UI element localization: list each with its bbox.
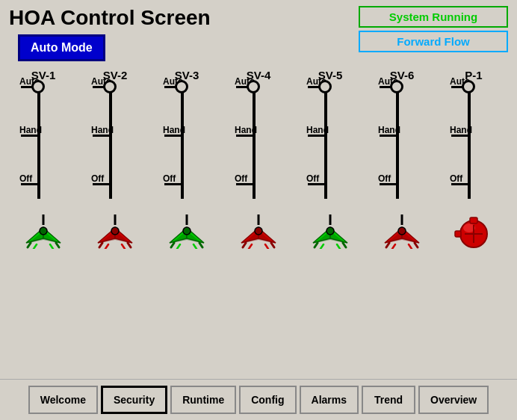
hoa-switch-p1[interactable]: AutoHandOff <box>451 83 496 210</box>
valves-section: SV-1AutoHandOff SV-2AutoHandOff <box>0 69 517 250</box>
valve-column-sv3: SV-3AutoHandOff <box>153 69 220 250</box>
hoa-off-label: Off <box>19 173 32 184</box>
svg-line-38 <box>249 244 252 249</box>
hoa-hand-label: Hand <box>91 125 114 135</box>
hoa-off-label: Off <box>163 173 176 184</box>
svg-line-8 <box>34 244 37 249</box>
nav-btn-welcome[interactable]: Welcome <box>28 386 98 414</box>
hoa-vertical-line <box>253 90 256 199</box>
hoa-switch-sv4[interactable]: AutoHandOff <box>236 83 281 210</box>
valve-icon-sv4[interactable] <box>236 213 281 250</box>
svg-line-46 <box>315 243 318 247</box>
nav-btn-trend[interactable]: Trend <box>362 386 415 414</box>
status-panel: System Running Forward Flow <box>359 6 508 52</box>
hoa-vertical-line <box>109 90 112 199</box>
hoa-off-label: Off <box>235 173 247 184</box>
svg-line-37 <box>271 243 274 247</box>
svg-line-28 <box>177 244 180 249</box>
hoa-off-label: Off <box>378 173 391 184</box>
auto-mode-button[interactable]: Auto Mode <box>18 34 105 61</box>
hoa-hand-label: Hand <box>235 125 257 135</box>
valve-column-sv1: SV-1AutoHandOff <box>10 69 77 250</box>
svg-line-36 <box>243 243 246 247</box>
hoa-switch-sv5[interactable]: AutoHandOff <box>308 83 353 210</box>
system-running-status: System Running <box>359 6 508 28</box>
svg-line-47 <box>343 243 346 247</box>
valve-column-sv5: SV-5AutoHandOff <box>297 69 364 250</box>
svg-point-15 <box>111 227 119 235</box>
svg-line-16 <box>99 243 102 247</box>
hoa-knob-sv4[interactable] <box>247 80 260 93</box>
hoa-switch-sv1[interactable]: AutoHandOff <box>21 83 66 210</box>
svg-line-7 <box>56 243 59 247</box>
hoa-hand-label: Hand <box>19 125 42 135</box>
svg-rect-62 <box>470 217 477 223</box>
svg-point-55 <box>398 227 406 235</box>
hoa-vertical-line <box>468 90 471 199</box>
hoa-vertical-line <box>324 90 327 199</box>
valve-column-sv6: SV-6AutoHandOff <box>368 69 436 250</box>
nav-btn-alarms[interactable]: Alarms <box>300 386 359 414</box>
valve-icon-sv3[interactable] <box>164 213 209 250</box>
bottom-nav: WelcomeSecurityRuntimeConfigAlarmsTrendO… <box>0 379 517 420</box>
svg-point-35 <box>255 227 262 235</box>
svg-line-56 <box>386 243 389 247</box>
valve-column-p1: P-1AutoHandOff <box>440 69 507 250</box>
hoa-hand-label: Hand <box>378 125 400 135</box>
page-title: HOA Control Screen <box>9 6 211 30</box>
hoa-switch-sv6[interactable]: AutoHandOff <box>380 83 424 210</box>
svg-line-27 <box>199 243 202 247</box>
valve-column-sv4: SV-4AutoHandOff <box>225 69 292 250</box>
hoa-switch-sv3[interactable]: AutoHandOff <box>164 83 209 210</box>
hoa-knob-sv5[interactable] <box>318 80 332 93</box>
main-container: HOA Control Screen Auto Mode System Runn… <box>0 0 517 420</box>
header-section: HOA Control Screen Auto Mode System Runn… <box>0 0 517 66</box>
hoa-vertical-line <box>396 90 399 199</box>
svg-rect-63 <box>455 231 461 237</box>
svg-line-59 <box>409 244 412 249</box>
hoa-hand-label: Hand <box>306 125 329 135</box>
hoa-knob-sv3[interactable] <box>175 80 188 93</box>
nav-btn-security[interactable]: Security <box>101 386 167 414</box>
svg-point-5 <box>40 227 47 235</box>
valve-icon-sv6[interactable] <box>380 213 424 250</box>
forward-flow-status: Forward Flow <box>359 31 508 52</box>
nav-btn-runtime[interactable]: Runtime <box>170 386 236 414</box>
valve-icon-sv5[interactable] <box>308 213 353 250</box>
hoa-off-label: Off <box>91 173 104 184</box>
svg-point-25 <box>183 227 191 235</box>
hoa-vertical-line <box>181 90 184 199</box>
svg-line-39 <box>265 244 268 249</box>
svg-line-57 <box>415 243 418 247</box>
nav-btn-config[interactable]: Config <box>239 386 296 414</box>
hoa-hand-label: Hand <box>450 125 472 135</box>
hoa-hand-label: Hand <box>163 125 185 135</box>
svg-line-48 <box>321 244 323 249</box>
valve-icon-sv1[interactable] <box>21 213 66 250</box>
nav-btn-overview[interactable]: Overview <box>418 386 489 414</box>
hoa-vertical-line <box>37 90 40 199</box>
hoa-knob-p1[interactable] <box>462 80 475 93</box>
valve-icon-sv2[interactable] <box>93 213 137 250</box>
valve-column-sv2: SV-2AutoHandOff <box>81 69 149 250</box>
svg-line-49 <box>337 244 340 249</box>
hoa-knob-sv2[interactable] <box>103 80 117 93</box>
svg-point-45 <box>326 227 334 235</box>
svg-line-19 <box>122 244 125 249</box>
hoa-knob-sv1[interactable] <box>31 80 45 93</box>
svg-line-17 <box>128 243 131 247</box>
svg-line-9 <box>50 244 53 249</box>
hoa-knob-sv6[interactable] <box>390 80 403 93</box>
hoa-switch-sv2[interactable]: AutoHandOff <box>93 83 137 210</box>
hoa-off-label: Off <box>450 173 462 184</box>
svg-line-26 <box>171 243 174 247</box>
svg-line-29 <box>194 244 196 249</box>
svg-line-18 <box>105 244 108 249</box>
hoa-off-label: Off <box>306 173 319 184</box>
valve-icon-p1[interactable] <box>451 213 496 250</box>
svg-line-58 <box>392 244 395 249</box>
svg-line-6 <box>28 243 31 247</box>
